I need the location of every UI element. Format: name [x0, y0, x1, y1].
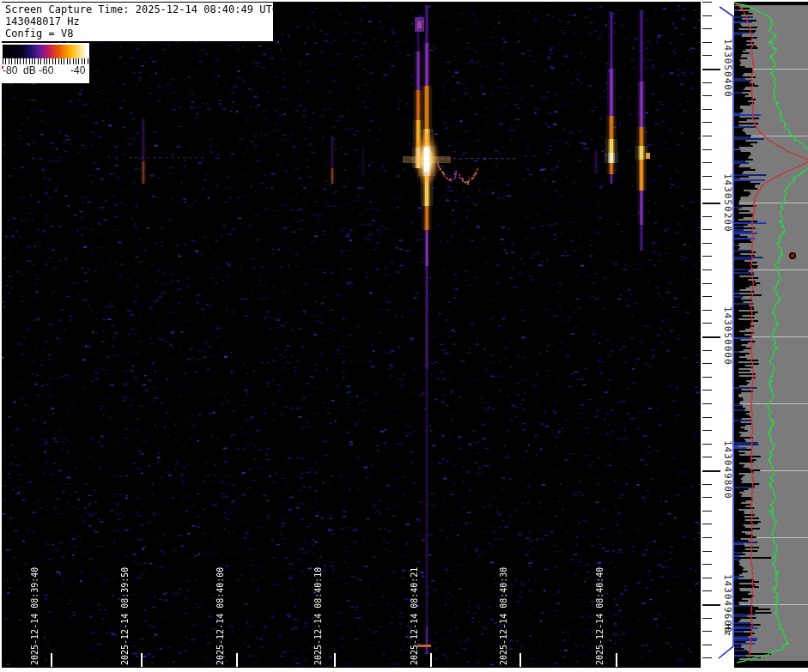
color-scale-ticks: [3, 58, 88, 64]
ruler-minor-tick: [702, 189, 712, 190]
ruler-minor-tick: [702, 511, 712, 512]
ruler-minor-tick: [702, 15, 712, 16]
time-label: 2025-12-14 08:40:21: [410, 567, 420, 665]
time-label: 2025-12-14 08:39:40: [30, 567, 40, 665]
ruler-minor-tick: [702, 42, 712, 43]
ruler-major-tick: [702, 69, 720, 70]
ruler-minor-tick: [702, 216, 712, 217]
ruler-minor-tick: [702, 403, 712, 404]
ruler-major-tick: [702, 203, 720, 204]
ruler-major-tick: [702, 470, 720, 472]
ruler-minor-tick: [702, 631, 712, 632]
ruler-minor-tick: [702, 323, 712, 324]
ruler-minor-tick: [702, 497, 712, 498]
frequency-label: 143050400: [722, 39, 733, 98]
ruler-minor-tick: [702, 109, 712, 110]
ruler-minor-tick: [702, 484, 712, 485]
ruler-minor-tick: [702, 657, 712, 658]
time-tick: [430, 653, 432, 667]
time-label: 2025-12-14 08:40:10: [313, 567, 324, 665]
time-tick: [616, 653, 617, 667]
config-text: Config = V8: [5, 27, 270, 39]
legend-label: -80: [3, 64, 17, 76]
ruler-minor-tick: [702, 136, 712, 136]
ruler-minor-tick: [702, 645, 712, 645]
ruler-minor-tick: [702, 229, 712, 230]
frequency-label: 143049800: [722, 440, 733, 499]
ruler-minor-tick: [702, 149, 712, 150]
legend-label: dB: [23, 64, 36, 76]
ruler-minor-tick: [702, 122, 712, 123]
center-frequency-text: 143048017 Hz: [5, 15, 270, 27]
ruler-minor-tick: [702, 457, 712, 457]
time-tick: [51, 653, 52, 667]
ruler-minor-tick: [702, 430, 712, 431]
frequency-unit-label: Hz: [722, 624, 733, 637]
frequency-label: 143050000: [722, 306, 733, 366]
ruler-minor-tick: [702, 162, 712, 163]
ruler-minor-tick: [702, 95, 712, 96]
ruler-minor-tick: [702, 28, 712, 29]
time-label: 2025-12-14 08:40:00: [216, 567, 226, 665]
ruler-minor-tick: [702, 444, 712, 445]
ruler-minor-tick: [702, 590, 712, 591]
ruler-minor-tick: [702, 2, 712, 3]
ruler-minor-tick: [702, 417, 712, 418]
time-tick: [141, 653, 143, 667]
ruler-minor-tick: [702, 296, 712, 297]
color-gradient-bar: [3, 45, 88, 58]
legend-label: -40: [70, 64, 85, 76]
capture-info-box: Screen Capture Time: 2025-12-14 08:40:49…: [1, 2, 274, 42]
ruler-minor-tick: [702, 537, 712, 538]
ruler-minor-tick: [702, 350, 712, 351]
ruler-major-tick: [702, 336, 720, 338]
ruler-minor-tick: [702, 551, 712, 552]
window-border-top: [0, 0, 808, 2]
time-label: 2025-12-14 08:40:40: [595, 567, 605, 665]
ruler-minor-tick: [702, 82, 712, 83]
ruler-minor-tick: [702, 390, 712, 390]
ruler-minor-tick: [702, 578, 712, 578]
window-border-left: [0, 0, 2, 672]
ruler-minor-tick: [702, 269, 712, 270]
ruler-minor-tick: [702, 618, 712, 619]
ruler-minor-tick: [702, 363, 712, 364]
ruler-minor-tick: [702, 564, 712, 565]
ruler-minor-tick: [702, 55, 712, 56]
ruler-minor-tick: [702, 310, 712, 311]
time-label: 2025-12-14 08:39:50: [120, 567, 131, 665]
capture-time-text: Screen Capture Time: 2025-12-14 08:40:49…: [5, 3, 270, 15]
ruler-major-tick: [702, 604, 720, 606]
screen-capture-root: 2025-12-14 08:39:402025-12-14 08:39:5020…: [0, 0, 808, 672]
spectrum-side-panel: [734, 0, 808, 672]
time-tick: [334, 653, 336, 667]
time-tick: [519, 653, 521, 667]
ruler-minor-tick: [702, 283, 712, 284]
time-label: 2025-12-14 08:40:30: [499, 567, 509, 665]
ruler-minor-tick: [702, 524, 712, 524]
ruler-minor-tick: [702, 256, 712, 257]
legend-label: -60: [39, 64, 53, 76]
ruler-minor-tick: [702, 377, 712, 378]
db-color-scale: -80dB-60-40: [2, 43, 89, 83]
window-border-bottom: [0, 668, 808, 672]
ruler-minor-tick: [702, 243, 712, 244]
frequency-label: 143050200: [722, 173, 733, 233]
ruler-minor-tick: [702, 176, 712, 177]
time-tick: [236, 653, 238, 667]
